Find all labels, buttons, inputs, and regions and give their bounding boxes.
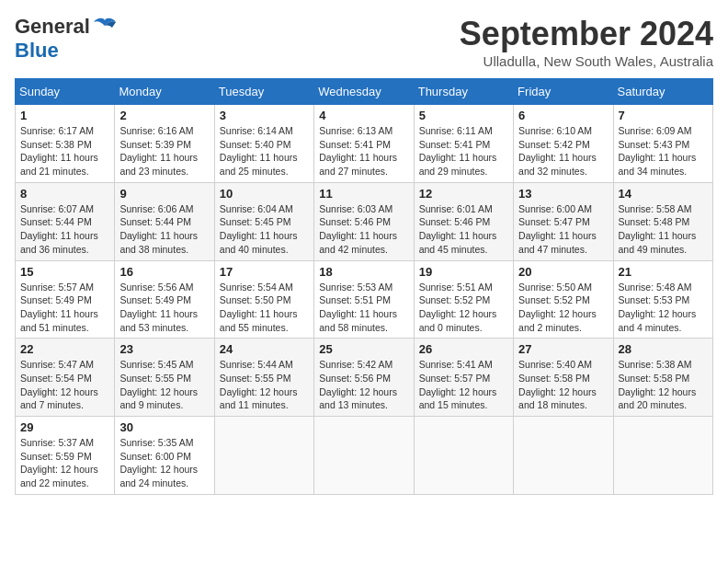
day-info: Sunrise: 6:00 AM Sunset: 5:47 PM Dayligh… bbox=[518, 202, 608, 257]
day-number: 15 bbox=[20, 265, 109, 279]
calendar-cell: 10Sunrise: 6:04 AM Sunset: 5:45 PM Dayli… bbox=[214, 182, 313, 260]
day-info: Sunrise: 5:48 AM Sunset: 5:53 PM Dayligh… bbox=[619, 281, 708, 335]
column-header-sunday: Sunday bbox=[16, 79, 115, 105]
calendar-cell bbox=[214, 417, 313, 495]
day-number: 30 bbox=[119, 420, 209, 434]
calendar-cell: 8Sunrise: 6:07 AM Sunset: 5:44 PM Daylig… bbox=[16, 182, 115, 260]
day-info: Sunrise: 5:53 AM Sunset: 5:51 PM Dayligh… bbox=[319, 281, 408, 335]
day-info: Sunrise: 6:07 AM Sunset: 5:44 PM Dayligh… bbox=[20, 202, 109, 257]
day-number: 8 bbox=[20, 187, 109, 201]
day-number: 24 bbox=[220, 342, 309, 356]
day-number: 12 bbox=[419, 187, 508, 201]
day-info: Sunrise: 6:11 AM Sunset: 5:41 PM Dayligh… bbox=[419, 124, 508, 178]
day-number: 2 bbox=[119, 109, 209, 122]
calendar-cell: 17Sunrise: 5:54 AM Sunset: 5:50 PM Dayli… bbox=[214, 260, 313, 339]
logo-word1: General bbox=[15, 15, 90, 39]
calendar-cell bbox=[613, 417, 712, 495]
day-info: Sunrise: 5:42 AM Sunset: 5:56 PM Dayligh… bbox=[319, 358, 408, 412]
logo-bird-icon bbox=[92, 17, 118, 37]
day-info: Sunrise: 5:38 AM Sunset: 5:58 PM Dayligh… bbox=[619, 358, 708, 412]
calendar-cell: 15Sunrise: 5:57 AM Sunset: 5:49 PM Dayli… bbox=[16, 260, 115, 339]
calendar-cell: 11Sunrise: 6:03 AM Sunset: 5:46 PM Dayli… bbox=[314, 182, 414, 260]
calendar-cell: 23Sunrise: 5:45 AM Sunset: 5:55 PM Dayli… bbox=[115, 339, 214, 417]
day-info: Sunrise: 5:44 AM Sunset: 5:55 PM Dayligh… bbox=[220, 358, 309, 412]
day-number: 29 bbox=[20, 420, 109, 434]
logo: General Blue bbox=[15, 15, 118, 63]
calendar-cell bbox=[314, 417, 414, 495]
day-number: 17 bbox=[220, 265, 309, 279]
calendar-week-row: 8Sunrise: 6:07 AM Sunset: 5:44 PM Daylig… bbox=[16, 182, 713, 260]
calendar-cell: 29Sunrise: 5:37 AM Sunset: 5:59 PM Dayli… bbox=[16, 417, 115, 495]
calendar-week-row: 1Sunrise: 6:17 AM Sunset: 5:38 PM Daylig… bbox=[16, 105, 713, 183]
calendar-cell bbox=[514, 417, 613, 495]
calendar-cell: 1Sunrise: 6:17 AM Sunset: 5:38 PM Daylig… bbox=[16, 105, 115, 183]
calendar-table: SundayMondayTuesdayWednesdayThursdayFrid… bbox=[15, 78, 713, 495]
day-number: 5 bbox=[419, 109, 508, 122]
day-info: Sunrise: 5:54 AM Sunset: 5:50 PM Dayligh… bbox=[220, 281, 309, 335]
calendar-cell: 13Sunrise: 6:00 AM Sunset: 5:47 PM Dayli… bbox=[514, 182, 613, 260]
day-number: 25 bbox=[319, 342, 408, 356]
day-info: Sunrise: 6:10 AM Sunset: 5:42 PM Dayligh… bbox=[518, 124, 608, 178]
day-number: 26 bbox=[419, 342, 508, 356]
calendar-cell: 4Sunrise: 6:13 AM Sunset: 5:41 PM Daylig… bbox=[314, 105, 414, 183]
day-info: Sunrise: 5:56 AM Sunset: 5:49 PM Dayligh… bbox=[119, 281, 209, 335]
day-info: Sunrise: 5:57 AM Sunset: 5:49 PM Dayligh… bbox=[20, 281, 109, 335]
calendar-header-row: SundayMondayTuesdayWednesdayThursdayFrid… bbox=[16, 79, 713, 105]
day-info: Sunrise: 6:17 AM Sunset: 5:38 PM Dayligh… bbox=[20, 124, 109, 178]
calendar-cell: 25Sunrise: 5:42 AM Sunset: 5:56 PM Dayli… bbox=[314, 339, 414, 417]
calendar-cell: 28Sunrise: 5:38 AM Sunset: 5:58 PM Dayli… bbox=[613, 339, 712, 417]
calendar-cell: 7Sunrise: 6:09 AM Sunset: 5:43 PM Daylig… bbox=[613, 105, 712, 183]
day-info: Sunrise: 5:35 AM Sunset: 6:00 PM Dayligh… bbox=[119, 436, 209, 490]
day-number: 1 bbox=[20, 109, 109, 122]
calendar-cell: 16Sunrise: 5:56 AM Sunset: 5:49 PM Dayli… bbox=[115, 260, 214, 339]
day-info: Sunrise: 6:09 AM Sunset: 5:43 PM Dayligh… bbox=[619, 124, 708, 178]
day-info: Sunrise: 6:14 AM Sunset: 5:40 PM Dayligh… bbox=[220, 124, 309, 178]
calendar-cell: 5Sunrise: 6:11 AM Sunset: 5:41 PM Daylig… bbox=[414, 105, 513, 183]
day-info: Sunrise: 5:50 AM Sunset: 5:52 PM Dayligh… bbox=[518, 281, 608, 335]
day-number: 19 bbox=[419, 265, 508, 279]
day-info: Sunrise: 5:41 AM Sunset: 5:57 PM Dayligh… bbox=[419, 358, 508, 412]
calendar-week-row: 15Sunrise: 5:57 AM Sunset: 5:49 PM Dayli… bbox=[16, 260, 713, 339]
day-info: Sunrise: 6:03 AM Sunset: 5:46 PM Dayligh… bbox=[319, 202, 408, 257]
day-number: 4 bbox=[319, 109, 408, 122]
day-info: Sunrise: 5:51 AM Sunset: 5:52 PM Dayligh… bbox=[419, 281, 508, 335]
calendar-cell: 3Sunrise: 6:14 AM Sunset: 5:40 PM Daylig… bbox=[214, 105, 313, 183]
column-header-tuesday: Tuesday bbox=[214, 79, 313, 105]
month-title: September 2024 bbox=[460, 15, 713, 53]
calendar-cell: 6Sunrise: 6:10 AM Sunset: 5:42 PM Daylig… bbox=[514, 105, 613, 183]
day-info: Sunrise: 5:45 AM Sunset: 5:55 PM Dayligh… bbox=[119, 358, 209, 412]
day-info: Sunrise: 5:37 AM Sunset: 5:59 PM Dayligh… bbox=[20, 436, 109, 490]
calendar-cell: 14Sunrise: 5:58 AM Sunset: 5:48 PM Dayli… bbox=[613, 182, 712, 260]
day-number: 20 bbox=[518, 265, 608, 279]
calendar-cell: 21Sunrise: 5:48 AM Sunset: 5:53 PM Dayli… bbox=[613, 260, 712, 339]
calendar-cell bbox=[414, 417, 513, 495]
day-number: 9 bbox=[119, 187, 209, 201]
day-info: Sunrise: 5:58 AM Sunset: 5:48 PM Dayligh… bbox=[619, 202, 708, 257]
calendar-cell: 9Sunrise: 6:06 AM Sunset: 5:44 PM Daylig… bbox=[115, 182, 214, 260]
day-number: 13 bbox=[518, 187, 608, 201]
day-info: Sunrise: 5:47 AM Sunset: 5:54 PM Dayligh… bbox=[20, 358, 109, 412]
day-number: 22 bbox=[20, 342, 109, 356]
calendar-cell: 30Sunrise: 5:35 AM Sunset: 6:00 PM Dayli… bbox=[115, 417, 214, 495]
column-header-friday: Friday bbox=[514, 79, 613, 105]
day-info: Sunrise: 6:01 AM Sunset: 5:46 PM Dayligh… bbox=[419, 202, 508, 257]
day-info: Sunrise: 5:40 AM Sunset: 5:58 PM Dayligh… bbox=[518, 358, 608, 412]
day-number: 16 bbox=[119, 265, 209, 279]
day-number: 10 bbox=[220, 187, 309, 201]
column-header-monday: Monday bbox=[115, 79, 214, 105]
day-number: 23 bbox=[119, 342, 209, 356]
calendar-cell: 22Sunrise: 5:47 AM Sunset: 5:54 PM Dayli… bbox=[16, 339, 115, 417]
day-info: Sunrise: 6:06 AM Sunset: 5:44 PM Dayligh… bbox=[119, 202, 209, 257]
day-number: 18 bbox=[319, 265, 408, 279]
day-number: 28 bbox=[619, 342, 708, 356]
calendar-cell: 18Sunrise: 5:53 AM Sunset: 5:51 PM Dayli… bbox=[314, 260, 414, 339]
column-header-saturday: Saturday bbox=[613, 79, 712, 105]
logo-word2: Blue bbox=[15, 39, 59, 62]
calendar-cell: 12Sunrise: 6:01 AM Sunset: 5:46 PM Dayli… bbox=[414, 182, 513, 260]
day-number: 6 bbox=[518, 109, 608, 122]
calendar-cell: 2Sunrise: 6:16 AM Sunset: 5:39 PM Daylig… bbox=[115, 105, 214, 183]
day-number: 11 bbox=[319, 187, 408, 201]
day-number: 7 bbox=[619, 109, 708, 122]
calendar-cell: 19Sunrise: 5:51 AM Sunset: 5:52 PM Dayli… bbox=[414, 260, 513, 339]
location-subtitle: Ulladulla, New South Wales, Australia bbox=[460, 53, 713, 69]
